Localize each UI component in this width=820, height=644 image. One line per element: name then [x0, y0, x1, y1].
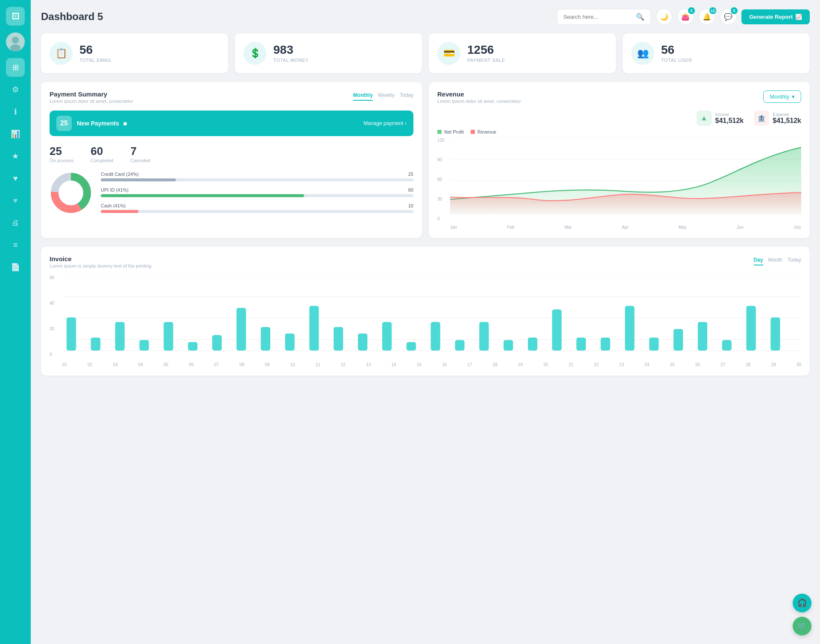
money-count: 983 — [273, 44, 309, 56]
wallet-badge: 2 — [688, 7, 695, 14]
on-process-count: 25 — [50, 145, 73, 158]
chat-badge: 5 — [731, 7, 738, 14]
sidebar-item-analytics[interactable]: 📊 — [6, 125, 25, 143]
svg-rect-24 — [237, 308, 246, 350]
support-button[interactable]: 🎧 — [793, 594, 811, 612]
payment-summary-panel: Payment Summary Lorem ipsum dolor sit am… — [41, 82, 422, 238]
manage-payment-link[interactable]: Manage payment › — [363, 120, 407, 126]
svg-rect-27 — [309, 306, 319, 351]
completed-label: Completed — [91, 158, 113, 163]
sidebar-item-heart2[interactable]: ♥ — [6, 191, 25, 210]
invoice-chart-svg — [62, 275, 801, 361]
bell-btn[interactable]: 🔔 12 — [699, 9, 715, 25]
new-payments-label: New Payments — [77, 120, 127, 127]
page-title: Dashboard 5 — [41, 11, 103, 23]
cart-button[interactable]: 🛒 — [793, 617, 811, 635]
dark-mode-btn[interactable]: 🌙 — [656, 9, 672, 25]
stat-cards: 📋 56 TOTAL EMAIL 💲 983 TOTAL MONEY 💳 125… — [41, 33, 810, 73]
tab-today[interactable]: Today — [788, 255, 801, 265]
chevron-down-icon: ▾ — [792, 93, 795, 100]
tab-monthly[interactable]: Monthly — [353, 90, 373, 101]
revenue-dot — [471, 130, 475, 134]
svg-rect-31 — [407, 342, 416, 350]
svg-rect-30 — [382, 322, 392, 350]
invoice-x-axis: 01 02 03 04 05 06 07 08 09 10 11 12 13 1… — [50, 362, 801, 367]
floating-buttons: 🎧 🛒 — [793, 594, 811, 635]
revenue-chart-container: 120 90 60 30 0 — [437, 138, 801, 230]
svg-rect-22 — [188, 342, 197, 350]
svg-rect-25 — [261, 327, 270, 350]
payment-summary-title: Payment Summary — [50, 90, 133, 98]
svg-rect-45 — [746, 306, 756, 351]
svg-rect-20 — [139, 340, 149, 351]
cash-bar — [101, 210, 138, 213]
canceled-count: 7 — [130, 145, 150, 158]
money-icon: 💲 — [243, 42, 266, 65]
progress-credit-card: Credit Card (24%) 25 — [101, 172, 413, 181]
sidebar-item-heart[interactable]: ♥ — [6, 169, 25, 188]
svg-rect-35 — [504, 340, 513, 351]
header-actions: 🔍 🌙 👛 2 🔔 12 💬 5 Generate Report 📈 — [557, 9, 810, 25]
search-box[interactable]: 🔍 — [557, 9, 651, 25]
new-payments-bar: 25 New Payments Manage payment › — [50, 111, 413, 136]
revenue-stats: ▲ Income $41,512k 🏦 Expense $41,512k — [437, 111, 801, 126]
income-icon-wrap: ▲ — [697, 111, 712, 126]
income-stat: ▲ Income $41,512k — [697, 111, 744, 126]
svg-rect-29 — [358, 333, 367, 350]
wallet-btn[interactable]: 👛 2 — [677, 9, 694, 25]
invoice-tabs: Day Month Today — [754, 255, 801, 265]
revenue-monthly-dropdown[interactable]: Monthly ▾ — [763, 90, 801, 103]
revenue-panel: Revenue Lorem ipsum dolor sit amet, cons… — [429, 82, 810, 238]
sidebar-item-docs[interactable]: 📄 — [6, 258, 25, 277]
header: Dashboard 5 🔍 🌙 👛 2 🔔 12 💬 5 Generate Re… — [41, 9, 810, 25]
svg-rect-34 — [479, 322, 489, 350]
search-icon: 🔍 — [636, 13, 644, 21]
upi-label: UPI ID (41%) — [101, 187, 129, 192]
chat-btn[interactable]: 💬 5 — [720, 9, 736, 25]
main-content: Dashboard 5 🔍 🌙 👛 2 🔔 12 💬 5 Generate Re… — [31, 0, 820, 644]
chart-legend: Net Profit Revenue — [437, 129, 801, 134]
tab-today[interactable]: Today — [400, 90, 413, 101]
revenue-x-axis: Jan Feb Mar Apr May Jun July — [437, 225, 801, 230]
money-label: TOTAL MONEY — [273, 58, 309, 63]
stat-card-money: 💲 983 TOTAL MONEY — [235, 33, 422, 73]
sidebar-item-dashboard[interactable]: ⊞ — [6, 58, 25, 77]
tab-month[interactable]: Month — [768, 255, 782, 265]
sidebar-item-settings[interactable]: ⚙ — [6, 80, 25, 99]
svg-rect-41 — [649, 338, 659, 351]
expense-stat: 🏦 Expense $41,512k — [754, 111, 801, 126]
svg-rect-18 — [91, 338, 100, 351]
credit-card-value: 25 — [408, 172, 413, 177]
sidebar-logo[interactable]: ⊡ — [6, 7, 25, 26]
sidebar-item-favorites[interactable]: ★ — [6, 147, 25, 166]
invoice-subtitle: Lorem ipsum is simply dummy text of the … — [50, 263, 151, 268]
revenue-legend-label: Revenue — [477, 129, 496, 134]
expense-icon-wrap: 🏦 — [754, 111, 769, 126]
tab-day[interactable]: Day — [754, 255, 763, 265]
svg-point-1 — [12, 37, 19, 44]
sidebar-item-menu[interactable]: ≡ — [6, 236, 25, 254]
svg-rect-40 — [625, 306, 634, 351]
revenue-y-axis: 120 90 60 30 0 — [437, 138, 445, 221]
stat-card-email: 📋 56 TOTAL EMAIL — [41, 33, 228, 73]
payment-count: 1256 — [467, 44, 505, 56]
search-input[interactable] — [563, 14, 633, 20]
generate-report-button[interactable]: Generate Report 📈 — [741, 9, 810, 24]
net-profit-dot — [437, 130, 442, 134]
sidebar-item-info[interactable]: ℹ — [6, 102, 25, 121]
svg-rect-46 — [770, 318, 780, 351]
avatar[interactable] — [6, 32, 25, 51]
invoice-y-axis: 60 40 20 0 — [50, 275, 54, 357]
sidebar-item-print[interactable]: 🖨 — [6, 213, 25, 232]
payment-summary-subtitle: Lorem ipsum dolor sit amet, consectetur — [50, 99, 133, 104]
user-count: 56 — [661, 44, 692, 56]
stat-canceled: 7 Canceled — [130, 145, 150, 163]
payment-bottom: Credit Card (24%) 25 UPI ID (41%) 60 — [50, 172, 413, 219]
net-profit-legend-label: Net Profit — [444, 129, 464, 134]
payment-label: PAYMENT SALE — [467, 58, 505, 63]
tab-weekly[interactable]: Weekly — [378, 90, 395, 101]
upi-bar — [101, 194, 304, 197]
payment-stats: 25 On process 60 Completed 7 Canceled — [50, 145, 413, 163]
email-label: TOTAL EMAIL — [79, 58, 112, 63]
revenue-chart-svg — [450, 138, 801, 223]
